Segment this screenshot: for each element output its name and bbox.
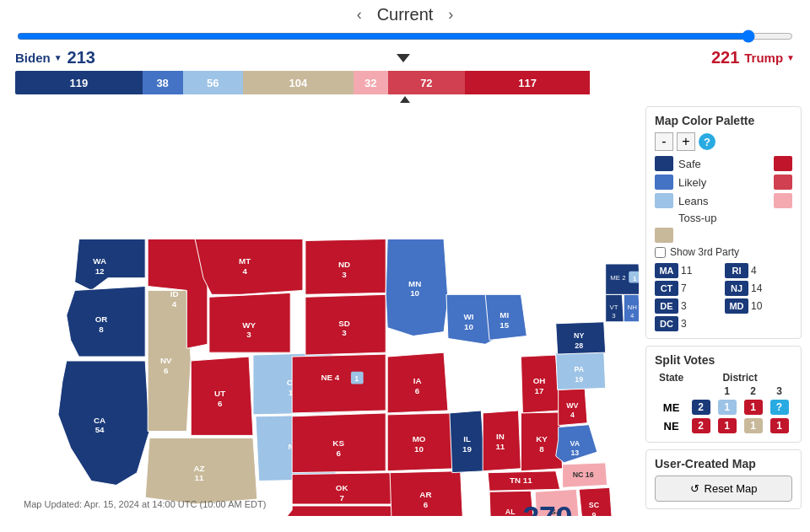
- svg-text:11: 11: [195, 473, 204, 482]
- state-WA[interactable]: [75, 239, 146, 290]
- svg-text:6: 6: [336, 449, 341, 458]
- svg-text:10: 10: [410, 288, 419, 298]
- svg-text:IN: IN: [496, 432, 505, 441]
- col-3: 2: [740, 384, 766, 398]
- palette-help-icon[interactable]: ?: [699, 133, 716, 150]
- col-2: 1: [714, 384, 740, 398]
- svg-text:6: 6: [424, 500, 429, 509]
- svg-text:4: 4: [570, 411, 575, 419]
- legend-likely-label: Likely: [678, 176, 769, 189]
- svg-text:NE 4: NE 4: [321, 373, 339, 382]
- svg-text:IA: IA: [413, 376, 422, 385]
- reset-map-button[interactable]: ↺ Reset Map: [655, 476, 792, 502]
- svg-text:12: 12: [95, 266, 105, 276]
- legend-tossup-label: Toss-up: [678, 212, 717, 224]
- svg-text:MT: MT: [239, 256, 251, 266]
- legend-leans: Leans: [655, 193, 792, 208]
- svg-text:NV: NV: [160, 356, 172, 365]
- center-marker-bottom: [400, 96, 410, 103]
- user-map-title: User-Created Map: [655, 457, 792, 470]
- svg-text:MI: MI: [500, 310, 509, 320]
- bar-segment: 117: [465, 71, 590, 94]
- svg-text:WY: WY: [242, 320, 256, 330]
- svg-text:28: 28: [575, 341, 583, 350]
- svg-text:8: 8: [539, 444, 544, 454]
- legend-safe-right: [774, 156, 792, 171]
- show-3rd-party-checkbox[interactable]: [655, 247, 666, 258]
- palette-plus-btn[interactable]: +: [677, 132, 695, 151]
- page-title: Current: [377, 5, 434, 24]
- svg-text:WI: WI: [464, 312, 474, 321]
- svg-text:VA: VA: [570, 439, 580, 448]
- svg-text:6: 6: [415, 386, 420, 395]
- bar-segment: 104: [243, 71, 354, 94]
- palette-minus-btn[interactable]: -: [655, 132, 673, 151]
- small-state-badge[interactable]: DE 3: [655, 298, 722, 314]
- palette-title: Map Color Palette: [655, 114, 792, 127]
- svg-text:KS: KS: [332, 438, 344, 448]
- svg-text:SD: SD: [338, 319, 350, 328]
- legend-safe-left: [655, 156, 673, 171]
- right-panel: Map Color Palette - + ? Safe Likely: [645, 106, 802, 516]
- bar-segment: 72: [388, 71, 465, 94]
- svg-text:10: 10: [414, 444, 424, 454]
- next-button[interactable]: ›: [443, 6, 458, 24]
- map-area: WA 12 OR 8 CA 54 NV 6 ID 4 MT 4 WY: [8, 106, 639, 516]
- svg-text:ID: ID: [170, 289, 179, 298]
- split-votes-row: ME211?: [655, 398, 792, 416]
- legend-tossup-box-row: [655, 228, 792, 243]
- svg-text:19: 19: [462, 444, 472, 454]
- trump-count: 221: [711, 48, 739, 67]
- svg-text:KY: KY: [536, 434, 548, 443]
- us-map[interactable]: WA 12 OR 8 CA 54 NV 6 ID 4 MT 4 WY: [8, 106, 639, 516]
- bar-segment: 38: [143, 71, 183, 94]
- show-3rd-party-row: Show 3rd Party: [655, 246, 792, 258]
- small-state-badge[interactable]: RI 4: [725, 263, 792, 278]
- bar-segment: 119: [15, 71, 143, 94]
- center-marker-top: [397, 54, 410, 62]
- small-states-grid: MA 11 RI 4 CT 7 NJ 14 DE 3 MD 10 DC 3: [655, 263, 792, 331]
- svg-text:OR: OR: [95, 314, 108, 324]
- small-state-badge[interactable]: CT 7: [655, 281, 722, 296]
- svg-text:WA: WA: [93, 256, 106, 266]
- svg-text:WV: WV: [566, 401, 578, 410]
- legend-leans-left: [655, 193, 673, 208]
- split-votes-row: NE2111: [655, 416, 792, 435]
- svg-text:13: 13: [570, 449, 579, 457]
- small-state-badge[interactable]: DC 3: [655, 316, 722, 331]
- state-NE[interactable]: [292, 354, 386, 413]
- svg-text:PA: PA: [574, 365, 584, 373]
- timeline-slider[interactable]: [17, 33, 793, 40]
- svg-text:SC: SC: [589, 501, 600, 509]
- small-state-badge[interactable]: MA 11: [655, 263, 722, 278]
- legend-likely: Likely: [655, 175, 792, 190]
- svg-text:17: 17: [535, 386, 544, 395]
- legend-leans-label: Leans: [678, 195, 769, 207]
- split-votes-panel: Split Votes State District 1 2 3: [645, 346, 802, 443]
- svg-text:3: 3: [342, 328, 347, 337]
- biden-count: 213: [68, 48, 95, 67]
- svg-text:4: 4: [172, 299, 177, 309]
- small-state-badge[interactable]: NJ 14: [725, 281, 792, 296]
- svg-text:NH: NH: [627, 304, 637, 311]
- svg-text:AZ: AZ: [194, 464, 205, 473]
- legend-leans-right: [774, 193, 792, 208]
- electoral-bar-wrapper: 11938561043272117: [0, 71, 810, 103]
- svg-text:8: 8: [99, 325, 104, 334]
- svg-text:ME 2: ME 2: [610, 274, 625, 282]
- biden-dropdown-icon[interactable]: ▼: [54, 53, 62, 62]
- state-MT[interactable]: [195, 239, 303, 294]
- svg-text:3: 3: [342, 270, 347, 279]
- prev-button[interactable]: ‹: [352, 6, 367, 24]
- svg-text:54: 54: [95, 425, 105, 434]
- trump-dropdown-icon[interactable]: ▼: [786, 53, 795, 62]
- main-content: WA 12 OR 8 CA 54 NV 6 ID 4 MT 4 WY: [0, 103, 810, 516]
- svg-text:ND: ND: [338, 260, 350, 269]
- small-state-badge[interactable]: MD 10: [725, 298, 792, 314]
- svg-text:270: 270: [522, 500, 572, 516]
- svg-text:3: 3: [246, 330, 251, 339]
- svg-text:19: 19: [575, 375, 583, 384]
- col-state: State: [655, 371, 688, 384]
- reset-icon: ↺: [690, 482, 699, 495]
- score-header: Biden ▼ 213 221 Trump ▼: [0, 46, 810, 69]
